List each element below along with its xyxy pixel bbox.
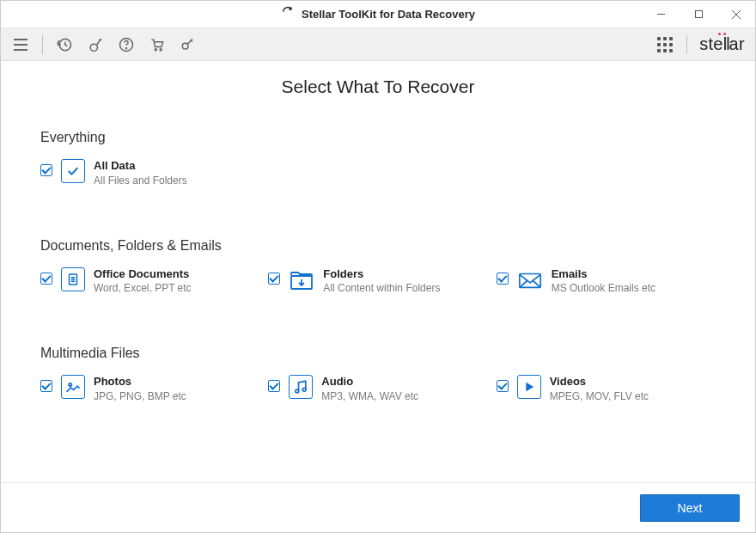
svg-point-15 [182, 43, 188, 49]
next-button[interactable]: Next [640, 494, 740, 522]
window-title: Stellar ToolKit for Data Recovery [302, 8, 475, 21]
checkbox-office[interactable] [40, 273, 52, 285]
option-videos[interactable]: Videos MPEG, MOV, FLV etc [497, 375, 716, 402]
checkbox-audio[interactable] [268, 380, 280, 392]
svg-line-9 [97, 40, 101, 45]
maximize-button[interactable] [680, 1, 717, 28]
brand-logo: stellar [699, 34, 745, 54]
option-emails[interactable]: Emails MS Outlook Emails etc [497, 267, 716, 295]
separator [686, 35, 687, 54]
key-icon[interactable] [179, 35, 198, 54]
option-all-data[interactable]: All Data All Files and Folders [40, 159, 264, 187]
menu-icon[interactable] [11, 35, 30, 54]
checkbox-all-data[interactable] [40, 164, 52, 176]
checkbox-emails[interactable] [497, 273, 509, 285]
help-icon[interactable] [117, 35, 136, 54]
music-note-icon [289, 375, 313, 399]
checkbox-photos[interactable] [40, 380, 52, 392]
svg-marker-28 [526, 383, 533, 391]
main-content: Select What To Recover Everything All Da… [1, 61, 755, 482]
svg-point-8 [90, 44, 97, 51]
document-icon [61, 267, 85, 291]
option-subtitle: MS Outlook Emails etc [552, 282, 655, 294]
option-subtitle: JPG, PNG, BMP etc [94, 390, 186, 402]
page-title: Select What To Recover [40, 77, 716, 97]
svg-point-12 [126, 47, 127, 48]
option-photos[interactable]: Photos JPG, PNG, BMP etc [40, 375, 259, 402]
section-documents: Documents, Folders & Emails Office Docum… [40, 238, 716, 295]
option-subtitle: MP3, WMA, WAV etc [321, 390, 418, 402]
separator [42, 35, 43, 54]
apps-grid-icon[interactable] [655, 35, 674, 54]
envelope-icon [517, 267, 543, 293]
image-icon [61, 375, 85, 399]
svg-line-23 [519, 280, 527, 287]
lab-icon[interactable] [86, 35, 105, 54]
checkbox-videos[interactable] [497, 380, 509, 392]
app-icon [281, 6, 295, 22]
option-folders[interactable]: Folders All Content within Folders [268, 267, 487, 295]
option-title: Folders [323, 267, 440, 281]
close-button[interactable] [717, 1, 755, 28]
folder-download-icon [289, 267, 314, 293]
option-subtitle: All Files and Folders [94, 175, 187, 187]
titlebar: Stellar ToolKit for Data Recovery [1, 1, 755, 28]
toolbar: stellar [1, 28, 755, 61]
option-title: Office Documents [94, 267, 192, 281]
option-audio[interactable]: Audio MP3, WMA, WAV etc [268, 375, 487, 402]
check-icon [61, 159, 85, 183]
checkbox-folders[interactable] [268, 273, 280, 285]
svg-point-14 [160, 48, 162, 50]
option-title: Emails [552, 267, 655, 281]
section-everything: Everything All Data All Files and Folder… [40, 130, 716, 187]
svg-point-25 [69, 383, 71, 386]
option-office-documents[interactable]: Office Documents Word, Excel, PPT etc [40, 267, 259, 295]
svg-point-27 [303, 389, 307, 392]
option-subtitle: Word, Excel, PPT etc [94, 282, 192, 294]
footer: Next [1, 482, 755, 532]
section-heading: Everything [40, 130, 716, 145]
option-subtitle: All Content within Folders [323, 282, 440, 294]
option-title: Audio [321, 375, 418, 389]
section-heading: Documents, Folders & Emails [40, 238, 716, 254]
svg-point-13 [155, 48, 156, 50]
play-icon [517, 375, 541, 399]
section-multimedia: Multimedia Files Photos JPG, PNG, BMP et… [40, 346, 716, 402]
svg-rect-1 [695, 11, 702, 18]
minimize-button[interactable] [642, 1, 680, 28]
option-title: Photos [94, 375, 186, 389]
svg-point-26 [296, 389, 299, 393]
cart-icon[interactable] [148, 35, 167, 54]
window-controls [642, 1, 755, 28]
svg-line-24 [532, 280, 540, 287]
option-title: All Data [94, 159, 187, 173]
option-subtitle: MPEG, MOV, FLV etc [550, 390, 649, 402]
option-title: Videos [550, 375, 649, 389]
history-icon[interactable] [55, 35, 74, 54]
section-heading: Multimedia Files [40, 346, 716, 361]
